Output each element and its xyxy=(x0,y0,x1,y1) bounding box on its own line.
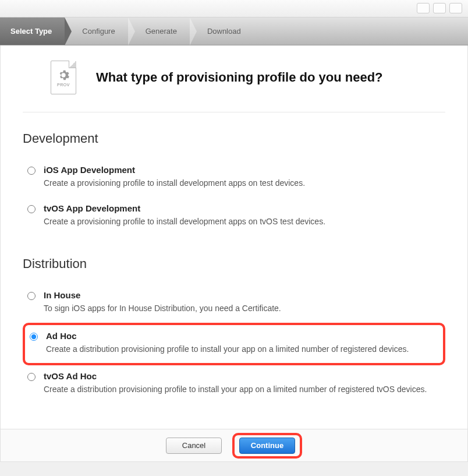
option-tvos-ad-hoc[interactable]: tvOS Ad Hoc Create a distribution provis… xyxy=(23,365,445,404)
toolbar-button[interactable] xyxy=(433,3,446,13)
breadcrumb-label: Generate xyxy=(146,27,177,36)
provisioning-icon-label: PROV xyxy=(57,83,70,87)
cancel-label: Cancel xyxy=(182,441,205,450)
option-title: tvOS App Development xyxy=(44,203,441,213)
cancel-button[interactable]: Cancel xyxy=(166,438,222,454)
option-desc: To sign iOS apps for In House Distributi… xyxy=(44,303,441,315)
section-title: Distribution xyxy=(23,256,445,272)
main-content: PROV What type of provisioning profile d… xyxy=(0,45,468,462)
option-title: tvOS Ad Hoc xyxy=(44,371,441,381)
page-title: What type of provisioning profile do you… xyxy=(96,70,383,85)
option-ad-hoc[interactable]: Ad Hoc Create a distribution provisionin… xyxy=(23,323,445,366)
continue-button[interactable]: Continue xyxy=(239,438,295,454)
option-desc: Create a distribution provisioning profi… xyxy=(46,344,438,355)
breadcrumb-step-generate[interactable]: Generate xyxy=(128,17,190,45)
option-title: iOS App Development xyxy=(44,165,441,175)
option-in-house[interactable]: In House To sign iOS apps for In House D… xyxy=(23,284,445,323)
section-distribution: Distribution In House To sign iOS apps f… xyxy=(1,238,467,406)
radio-in-house[interactable] xyxy=(27,292,36,300)
option-title: Ad Hoc xyxy=(46,331,438,341)
breadcrumb-label: Select Type xyxy=(10,27,52,36)
option-desc: Create a distribution provisioning profi… xyxy=(44,384,441,396)
radio-ios-dev[interactable] xyxy=(27,167,36,175)
breadcrumb-label: Configure xyxy=(82,27,115,36)
footer-bar: Cancel Continue xyxy=(1,429,467,461)
continue-button-highlight: Continue xyxy=(232,433,302,459)
gear-icon xyxy=(57,69,70,82)
window-toolbar xyxy=(0,0,468,17)
provisioning-profile-icon: PROV xyxy=(51,61,76,94)
breadcrumb-step-configure[interactable]: Configure xyxy=(65,17,127,45)
section-development: Development iOS App Development Create a… xyxy=(1,112,467,238)
breadcrumb-step-select-type[interactable]: Select Type xyxy=(0,17,65,45)
option-desc: Create a provisioning profile to install… xyxy=(44,216,441,228)
continue-label: Continue xyxy=(251,441,283,450)
breadcrumb-label: Download xyxy=(207,27,241,36)
page-header: PROV What type of provisioning profile d… xyxy=(23,45,445,112)
toolbar-button[interactable] xyxy=(449,3,462,13)
option-title: In House xyxy=(44,290,441,300)
option-desc: Create a provisioning profile to install… xyxy=(44,178,441,189)
radio-tvos-dev[interactable] xyxy=(27,205,36,213)
breadcrumb: Select Type Configure Generate Download xyxy=(0,17,468,45)
radio-tvos-ad-hoc[interactable] xyxy=(27,373,36,381)
breadcrumb-step-download[interactable]: Download xyxy=(190,17,254,45)
section-title: Development xyxy=(23,131,445,146)
radio-ad-hoc[interactable] xyxy=(30,333,38,341)
toolbar-button[interactable] xyxy=(417,3,430,13)
option-ios-app-development[interactable]: iOS App Development Create a provisionin… xyxy=(23,159,445,198)
option-tvos-app-development[interactable]: tvOS App Development Create a provisioni… xyxy=(23,198,445,236)
